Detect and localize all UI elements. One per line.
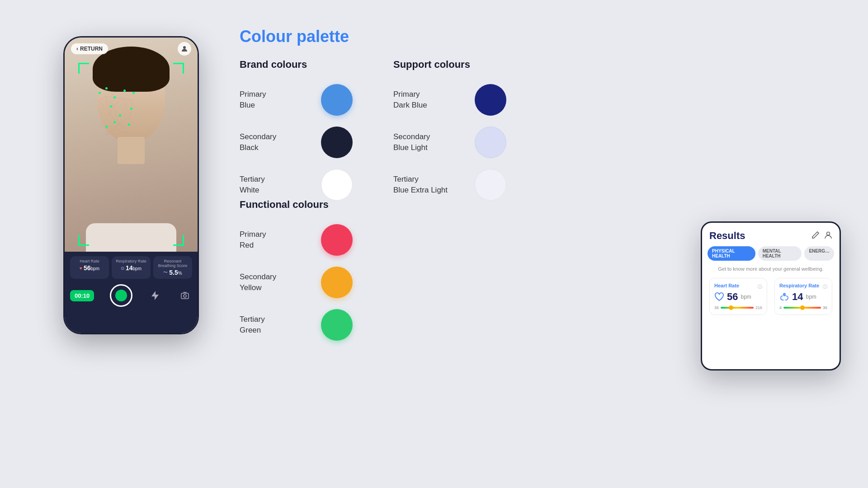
user-icon[interactable]	[824, 231, 832, 241]
metric-heart-rate-card: Heart Rate ⓘ 56 bpm 36 216	[709, 278, 767, 315]
svg-line-18	[105, 123, 119, 135]
page-title: Colour palette	[240, 27, 349, 46]
svg-point-19	[183, 46, 186, 49]
lightning-icon[interactable]	[148, 288, 162, 303]
colour-swatch-secondary-yellow	[321, 267, 353, 298]
phone-mockup-left: ‹ RETURN Heart Rate ♥ 56bpm	[63, 36, 199, 334]
colour-row-tertiary-blue-extra-light: TertiaryBlue Extra Light	[393, 169, 506, 201]
brand-colours-section: Brand colours PrimaryBlue SecondaryBlack…	[240, 59, 353, 211]
colour-row-primary-dark-blue: PrimaryDark Blue	[393, 84, 506, 116]
svg-line-3	[123, 99, 132, 101]
tab-mental-health[interactable]: MENTAL HEALTH	[758, 246, 802, 261]
stat-resonant: Resonant Breathing Score 〜 5.5%	[153, 256, 192, 279]
functional-colours-heading: Functional colours	[240, 199, 353, 211]
hr-min: 36	[714, 305, 719, 310]
rr-max: 36	[823, 305, 827, 310]
colour-row-primary-red: PrimaryRed	[240, 224, 353, 256]
record-button[interactable]	[110, 284, 132, 307]
hr-unit: bpm	[741, 294, 751, 300]
colour-swatch-secondary-blue-light	[475, 127, 506, 158]
tabs-row: PHYSICAL HEALTH MENTAL HEALTH ENERG…	[702, 246, 840, 261]
colour-label-tertiary-blue-extra-light: TertiaryBlue Extra Light	[393, 174, 457, 196]
results-title: Results	[709, 230, 745, 242]
svg-point-22	[827, 232, 830, 235]
rr-unit: bpm	[806, 294, 816, 300]
info-icon-rr: ⓘ	[823, 284, 827, 290]
colour-swatch-tertiary-white	[321, 169, 353, 201]
resonant-value: 5.5%	[169, 269, 182, 276]
heart-metric-icon	[714, 292, 724, 301]
colour-label-tertiary-green: TertiaryGreen	[240, 314, 303, 336]
support-colours-heading: Support colours	[393, 59, 506, 70]
colour-swatch-tertiary-blue-extra-light	[475, 169, 506, 201]
colour-label-primary-dark-blue: PrimaryDark Blue	[393, 89, 457, 111]
colour-swatch-primary-blue	[321, 84, 353, 116]
phone-stats-panel: Heart Rate ♥ 56bpm Respiratory Rate ⊙ 14…	[65, 252, 198, 333]
hr-number: 56	[727, 291, 738, 303]
rr-min: 4	[779, 305, 782, 310]
record-inner	[115, 290, 127, 301]
colour-label-secondary-yellow: SecondaryYellow	[240, 272, 303, 293]
phone-screen: ‹ RETURN Heart Rate ♥ 56bpm	[65, 38, 198, 333]
wave-icon: 〜	[163, 269, 168, 276]
svg-line-12	[119, 117, 130, 123]
phone-mockup-right: Results PHYSICAL HEALTH MENTAL HEALTH EN…	[701, 221, 841, 371]
respiratory-value: 14bpm	[126, 264, 142, 272]
results-body: Get to know more about your general well…	[702, 266, 840, 315]
colour-label-tertiary-white: TertiaryWhite	[240, 174, 303, 196]
svg-line-13	[113, 123, 119, 130]
colour-label-primary-red: PrimaryRed	[240, 229, 303, 251]
camera-flip-icon[interactable]	[178, 288, 192, 303]
info-icon-hr: ⓘ	[758, 284, 762, 290]
metric-respiratory-name: Respiratory Rate	[779, 283, 819, 288]
colour-swatch-secondary-black	[321, 127, 353, 158]
stat-heart-rate: Heart Rate ♥ 56bpm	[70, 256, 109, 279]
metrics-row: Heart Rate ⓘ 56 bpm 36 216	[709, 278, 832, 315]
colour-row-secondary-yellow: SecondaryYellow	[240, 267, 353, 298]
tab-physical-health[interactable]: PHYSICAL HEALTH	[708, 246, 755, 261]
edit-icon[interactable]	[811, 231, 820, 241]
phone-topbar: ‹ RETURN	[65, 38, 198, 60]
functional-colours-section: Functional colours PrimaryRed SecondaryY…	[240, 199, 353, 352]
colour-swatch-primary-dark-blue	[475, 84, 506, 116]
chevron-left-icon: ‹	[76, 46, 78, 52]
support-colours-section: Support colours PrimaryDark Blue Seconda…	[393, 59, 506, 211]
svg-line-1	[113, 99, 123, 105]
respiratory-label: Respiratory Rate	[115, 259, 147, 263]
brand-colours-heading: Brand colours	[240, 59, 353, 70]
controls-row: 00:10	[70, 284, 192, 307]
colour-row-tertiary-white: TertiaryWhite	[240, 169, 353, 201]
metric-respiratory-card: Respiratory Rate ⓘ 14 bpm 4 36	[774, 278, 832, 315]
metric-hr-value-row: 56 bpm	[714, 291, 762, 303]
rr-range: 4 36	[779, 305, 827, 310]
lung-icon: ⊙	[121, 266, 124, 271]
profile-icon[interactable]	[178, 42, 191, 56]
resonant-label: Resonant Breathing Score	[157, 259, 189, 268]
colour-row-secondary-blue-light: SecondaryBlue Light	[393, 127, 506, 158]
metric-rr-value-row: 14 bpm	[779, 291, 827, 303]
stat-respiratory: Respiratory Rate ⊙ 14bpm	[112, 256, 151, 279]
svg-line-6	[99, 96, 105, 101]
stats-row: Heart Rate ♥ 56bpm Respiratory Rate ⊙ 14…	[70, 256, 192, 279]
metric-heart-rate-name: Heart Rate	[714, 283, 739, 288]
heart-rate-label: Heart Rate	[74, 259, 105, 263]
colour-label-secondary-blue-light: SecondaryBlue Light	[393, 131, 457, 153]
lung-metric-icon	[779, 292, 789, 301]
colour-row-tertiary-green: TertiaryGreen	[240, 309, 353, 341]
hr-range: 36 216	[714, 305, 762, 310]
heart-rate-value: 56bpm	[84, 264, 99, 272]
wellbeing-subtitle: Get to know more about your general well…	[709, 266, 832, 272]
svg-rect-20	[181, 293, 189, 299]
results-header: Results	[702, 223, 840, 246]
return-button[interactable]: ‹ RETURN	[71, 43, 108, 54]
results-icons	[811, 231, 832, 241]
rr-number: 14	[792, 291, 803, 303]
tab-energy[interactable]: ENERG…	[804, 246, 834, 261]
svg-line-5	[123, 99, 130, 117]
colour-swatch-tertiary-green	[321, 309, 353, 341]
return-label: RETURN	[80, 46, 103, 52]
hr-max: 216	[755, 305, 762, 310]
heart-icon: ♥	[80, 266, 82, 271]
svg-point-21	[184, 295, 186, 297]
timer-badge: 00:10	[70, 290, 94, 301]
